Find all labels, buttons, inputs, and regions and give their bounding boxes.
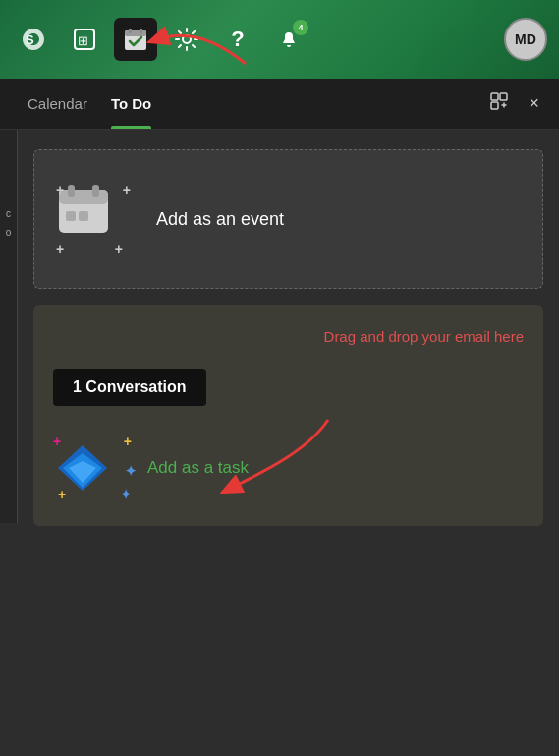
sparkle-blue-2: ✦ bbox=[125, 463, 137, 479]
svg-rect-6 bbox=[140, 29, 142, 33]
notifications-icon[interactable]: 4 bbox=[267, 18, 310, 61]
tab-calendar[interactable]: Calendar bbox=[16, 79, 99, 129]
sparkle-br: + bbox=[115, 241, 123, 257]
settings-icon[interactable] bbox=[165, 18, 208, 61]
svg-rect-13 bbox=[59, 190, 108, 204]
teams-icon[interactable]: ⊞ bbox=[63, 18, 106, 61]
red-arrow-bottom bbox=[210, 410, 338, 498]
svg-point-7 bbox=[183, 35, 191, 43]
add-event-card[interactable]: + + + + Add as an event bbox=[33, 149, 543, 289]
svg-rect-4 bbox=[125, 30, 146, 36]
event-icon-area: + + + + bbox=[54, 180, 133, 259]
svg-rect-9 bbox=[491, 93, 498, 100]
notification-badge: 4 bbox=[293, 20, 308, 35]
top-bar: S ⊞ ? 4 MD bbox=[0, 0, 559, 79]
sparkle-tl: + bbox=[56, 182, 64, 198]
main-content: + + + + Add as an event bbox=[18, 130, 559, 546]
task-icon-area: + + + ✦ ✦ bbox=[53, 434, 132, 502]
sparkle-pink-1: + bbox=[53, 434, 61, 449]
event-label: Add as an event bbox=[156, 209, 284, 230]
svg-text:⊞: ⊞ bbox=[78, 33, 88, 48]
tab-actions: × bbox=[485, 87, 543, 120]
close-button[interactable]: × bbox=[525, 89, 543, 118]
sidebar-letter-c: c bbox=[6, 208, 11, 219]
user-avatar[interactable]: MD bbox=[504, 18, 547, 61]
left-sidebar: c o bbox=[0, 130, 18, 523]
sparkle-yellow-2: + bbox=[58, 487, 66, 502]
skype-icon[interactable]: S bbox=[12, 18, 55, 61]
sidebar-letter-o: o bbox=[6, 227, 12, 238]
svg-rect-5 bbox=[129, 29, 132, 33]
task-diamond-icon bbox=[53, 443, 112, 493]
conversation-badge: 1 Conversation bbox=[53, 369, 206, 406]
sparkle-yellow-1: + bbox=[124, 434, 132, 449]
calendar-tasks-icon[interactable] bbox=[114, 18, 157, 61]
svg-rect-10 bbox=[500, 93, 507, 100]
svg-rect-17 bbox=[79, 211, 88, 221]
svg-rect-11 bbox=[491, 102, 498, 109]
sparkle-blue-1: ✦ bbox=[120, 487, 132, 502]
task-card: Drag and drop your email here 1 Conversa… bbox=[33, 305, 543, 526]
sparkle-bl: + bbox=[56, 241, 64, 257]
tab-todo[interactable]: To Do bbox=[99, 79, 163, 129]
sparkle-tr: + bbox=[123, 182, 131, 198]
svg-rect-14 bbox=[68, 185, 75, 197]
svg-rect-15 bbox=[92, 185, 99, 197]
drag-drop-text: Drag and drop your email here bbox=[53, 328, 524, 345]
svg-rect-16 bbox=[66, 211, 76, 221]
svg-text:S: S bbox=[26, 32, 34, 47]
expand-button[interactable] bbox=[485, 87, 513, 120]
help-icon[interactable]: ? bbox=[216, 18, 259, 61]
tab-bar: Calendar To Do × bbox=[0, 79, 559, 130]
